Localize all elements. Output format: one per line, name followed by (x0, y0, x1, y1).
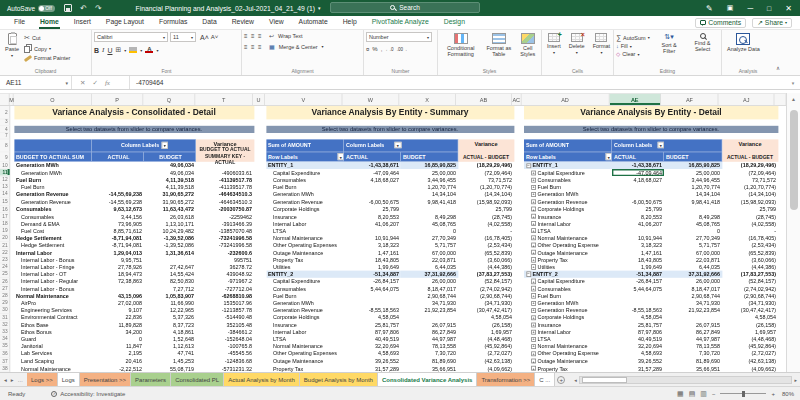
row-header-32[interactable]: 32 (0, 321, 9, 328)
budget-cell[interactable]: 27,70,349 (401, 234, 458, 241)
column-header-Q[interactable]: Q (143, 94, 195, 105)
budget-column-header[interactable]: BUDGET (664, 152, 722, 162)
variance-cell[interactable]: (2,53,434) (458, 242, 514, 249)
variance-cell[interactable]: 4,58,054 (458, 314, 514, 321)
variance-cell[interactable]: -4906033.61 (196, 169, 254, 176)
page-layout-view-icon[interactable]: ▤ (689, 390, 696, 398)
budget-cell[interactable]: 47,741 (144, 350, 196, 357)
name-box[interactable]: AE11▾ (0, 76, 72, 89)
cancel-icon[interactable]: ✕ (80, 79, 85, 87)
variance-cell[interactable]: (30,47,42,417) (458, 307, 514, 314)
budget-cell[interactable]: 8,18,47,017 (401, 285, 458, 292)
expand-icon[interactable]: + (531, 337, 536, 342)
actual-cell[interactable]: -1,43,38,671 (612, 162, 664, 169)
variance-cell[interactable]: 73,71,572 (458, 176, 514, 183)
budget-cell[interactable]: 25,00,000 (401, 169, 458, 176)
variance-cell[interactable]: -3913466.39 (196, 220, 254, 227)
variance-cell[interactable]: (65,52,839) (458, 249, 514, 256)
font-size-select[interactable]: 11▾ (170, 32, 196, 42)
actual-cell[interactable]: 10,91,944 (344, 234, 401, 241)
sheet-tab-parameters[interactable]: Parameters (131, 373, 171, 386)
variance-cell[interactable]: -124836.68 (196, 357, 254, 364)
expand-icon[interactable]: + (531, 207, 536, 212)
expand-icon[interactable]: + (531, 301, 536, 306)
row-label-cell[interactable]: Generation Revenue (14, 198, 92, 205)
row-label-cell[interactable]: +Capital Expenditure (524, 278, 612, 285)
variance-cell[interactable]: (2,74,02,942) (458, 285, 514, 292)
row-header-37[interactable]: 37 (0, 357, 9, 364)
shrink-font-icon[interactable]: A˅ (211, 34, 219, 40)
insert-cells-button[interactable]: +Insert▾ (544, 32, 564, 67)
column-header-corner[interactable] (774, 94, 786, 105)
row-label-cell[interactable]: Normal Maintenance (14, 365, 92, 372)
row-header-8[interactable]: 8 (0, 139, 9, 152)
italic-button[interactable]: I (102, 46, 104, 54)
actual-cell[interactable] (612, 184, 664, 191)
actual-cell[interactable]: 9,95,751 (92, 256, 144, 263)
row-label-cell[interactable]: Utilities (266, 263, 344, 270)
actual-cell[interactable]: 1,47,161 (344, 249, 401, 256)
variance-cell[interactable]: (28,745) (458, 213, 514, 220)
search-input[interactable]: Search (330, 2, 480, 13)
row-header-18[interactable]: 18 (0, 220, 9, 227)
fill-button[interactable]: ↓Fill▾ (616, 43, 652, 49)
cell-styles-button[interactable]: Cell Styles (516, 32, 539, 67)
row-header-34[interactable]: 34 (0, 336, 9, 343)
expand-icon[interactable]: + (531, 185, 536, 190)
variance-cell[interactable]: (18,29,29,496) (722, 162, 778, 169)
align-top-icon[interactable]: ≡ (244, 33, 247, 39)
budget-cell[interactable]: -1,39,52,086 (144, 234, 196, 241)
normal-view-icon[interactable]: ▦ (677, 390, 684, 398)
budget-column-header[interactable]: BUDGET (144, 152, 196, 162)
page-break-view-icon[interactable]: ▥ (700, 390, 707, 398)
row-label-cell[interactable]: +Insurance (524, 321, 612, 328)
menu-tab-file[interactable]: File (13, 16, 26, 29)
row-label-cell[interactable]: +Capital Expenditure (524, 169, 612, 176)
row-header-25[interactable]: 25 (0, 271, 9, 278)
row-header-20[interactable]: 20 (0, 234, 9, 241)
variance-cell[interactable]: 995751 (196, 256, 254, 263)
actual-cell[interactable]: 5,44,64,075 (612, 285, 664, 292)
row-label-cell[interactable]: Guard (14, 336, 92, 343)
budget-cell[interactable]: 4,11,39,518 (144, 184, 196, 191)
budget-cell[interactable]: 81,89,690 (401, 357, 458, 364)
row-label-cell[interactable]: +Property Tax (524, 365, 612, 372)
variance-cell[interactable]: (28,745) (722, 213, 778, 220)
actual-cell[interactable]: 11,847 (92, 343, 144, 350)
actual-cell[interactable]: 34,200 (92, 328, 144, 335)
expand-icon[interactable]: + (531, 235, 536, 240)
sheet-tab-budget-analysis-by-month[interactable]: Budget Analysis by Month (300, 373, 378, 386)
row-label-cell[interactable]: Ethos Base (14, 321, 92, 328)
tab-scroll-left-icon[interactable]: ◂ (4, 377, 7, 383)
accessibility-status[interactable]: ✓Accessibility: Investigate (51, 391, 125, 397)
actual-cell[interactable]: 8,85,71,612 (92, 227, 144, 234)
row-labels-cell[interactable]: Row Labels▾ (524, 152, 612, 162)
align-bottom-icon[interactable]: ≡ (258, 33, 261, 39)
budget-cell[interactable]: 35,66,951 (401, 365, 458, 372)
row-header-10[interactable]: 10 (0, 162, 9, 169)
column-header-T[interactable]: T (195, 94, 253, 105)
menu-tab-review[interactable]: Review (231, 16, 255, 29)
sheet-tab-logs[interactable]: Logs (58, 373, 80, 386)
budget-cell[interactable]: 78,13,558 (664, 343, 722, 350)
variance-cell[interactable]: 36278.72 (196, 263, 254, 270)
variance-header[interactable]: VarianceACTUAL - BUDGET (722, 139, 778, 162)
expand-icon[interactable]: + (531, 308, 536, 313)
budget-cell[interactable]: 1,20,70,774 (664, 184, 722, 191)
budget-cell[interactable]: 45,08,765 (664, 220, 722, 227)
actual-column-header[interactable]: ACTUAL (344, 152, 401, 162)
actual-cell[interactable]: 73,96,905 (92, 220, 144, 227)
budget-cell[interactable]: 82,50,830 (144, 278, 196, 285)
row-label-cell[interactable]: Fuel Burn (14, 176, 92, 183)
row-header-23[interactable]: 23 (0, 256, 9, 263)
copy-button[interactable]: Copy▾ (24, 44, 70, 53)
budget-cell[interactable]: 0 (401, 227, 458, 234)
actual-cell[interactable]: 32,20,694 (344, 343, 401, 350)
variance-cell[interactable]: (17,83,27,553) (722, 271, 778, 278)
budget-cell[interactable]: 8,18,47,017 (664, 285, 722, 292)
expand-icon[interactable]: + (531, 315, 536, 320)
budget-cell[interactable]: 86,27,849 (664, 328, 722, 335)
variance-cell[interactable]: (3,60,066) (458, 256, 514, 263)
budget-cell[interactable]: 34,71,930 (664, 300, 722, 307)
budget-cell[interactable]: 9,98,41,418 (664, 198, 722, 205)
